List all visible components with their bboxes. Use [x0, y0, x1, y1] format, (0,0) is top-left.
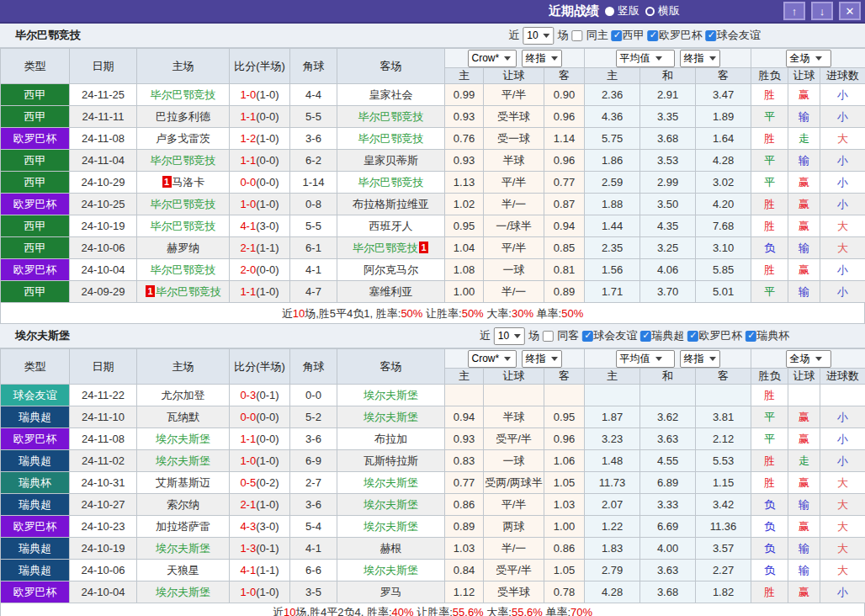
home-team[interactable]: 毕尔巴鄂竞技: [137, 150, 230, 172]
away-team[interactable]: 埃尔夫斯堡: [337, 516, 445, 538]
avg-time-select[interactable]: 终指: [680, 50, 720, 67]
col-avg-away: 客: [696, 369, 751, 385]
home-team[interactable]: 巴拉多利德: [137, 106, 230, 128]
home-team[interactable]: 艾斯基斯迈: [137, 472, 230, 494]
away-team[interactable]: 埃尔夫斯堡: [337, 472, 445, 494]
away-team[interactable]: 布拉加: [337, 428, 445, 450]
avg-draw-odds: 4.00: [640, 538, 696, 560]
move-up-button[interactable]: ↑: [783, 2, 805, 20]
league-filter-checkbox[interactable]: [687, 331, 698, 342]
layout-horizontal-radio[interactable]: 横版: [645, 3, 680, 19]
odds-home: 0.77: [445, 472, 484, 494]
summary-segment: 让胜率:: [422, 307, 461, 320]
away-team[interactable]: 毕尔巴鄂竞技: [337, 106, 445, 128]
avg-draw-odds: 3.63: [640, 560, 696, 581]
home-team[interactable]: 赫罗纳: [137, 237, 230, 259]
result-handicap: 赢: [788, 472, 820, 494]
avg-draw-odds: 2.91: [640, 84, 696, 106]
team-link: 毕尔巴鄂竞技: [353, 242, 418, 254]
result-handicap: 输: [788, 560, 820, 581]
league-filter-checkbox[interactable]: [582, 331, 593, 342]
league-badge: 球会友谊: [1, 385, 70, 406]
league-filter-checkbox[interactable]: [746, 331, 756, 342]
home-team[interactable]: 埃尔夫斯堡: [137, 428, 230, 450]
avg-away-odds: 7.68: [696, 215, 751, 237]
away-team[interactable]: 布拉格斯拉维亚: [337, 194, 445, 215]
match-count-select[interactable]: 10: [494, 327, 525, 345]
home-team[interactable]: 1毕尔巴鄂竞技: [137, 281, 230, 303]
scope-select[interactable]: 全场: [786, 50, 831, 67]
home-team[interactable]: 毕尔巴鄂竞技: [137, 259, 230, 281]
halftime-score: (1-0): [256, 586, 279, 598]
league-filter-checkbox[interactable]: [640, 331, 651, 342]
corner-score: 6-6: [290, 560, 337, 581]
fulltime-score: 1-0: [240, 586, 256, 598]
away-team[interactable]: 罗马: [337, 581, 445, 603]
away-team[interactable]: 塞维利亚: [337, 281, 445, 303]
league-filter-checkbox[interactable]: [706, 30, 717, 41]
result-handicap: 赢: [788, 215, 820, 237]
home-team[interactable]: 毕尔巴鄂竞技: [137, 215, 230, 237]
score: 0-3(0-1): [230, 385, 290, 406]
same-venue-checkbox[interactable]: [572, 30, 583, 41]
away-team[interactable]: 西班牙人: [337, 215, 445, 237]
odds-handicap: 半/一: [484, 281, 544, 303]
result-handicap: 输: [788, 106, 820, 128]
titlebar-buttons: ↑ ↓ ✕: [783, 2, 861, 20]
score: 1-0(1-0): [230, 84, 290, 106]
league-filter-checkbox[interactable]: [648, 30, 659, 41]
away-team[interactable]: 埃尔夫斯堡: [337, 560, 445, 581]
avg-draw-odds: 3.62: [640, 406, 696, 428]
match-count-select[interactable]: 10: [523, 27, 554, 45]
league-filter-checkbox[interactable]: [612, 30, 623, 41]
away-team[interactable]: 皇家贝蒂斯: [337, 150, 445, 172]
average-select[interactable]: 平均值: [616, 50, 675, 67]
bookmaker-select[interactable]: Crow*: [468, 50, 517, 67]
away-team[interactable]: 埃尔夫斯堡: [337, 406, 445, 428]
home-team[interactable]: 埃尔夫斯堡: [137, 581, 230, 603]
league-filter-label: 瑞典杯: [756, 328, 789, 343]
average-select[interactable]: 平均值: [616, 350, 675, 368]
home-team[interactable]: 索尔纳: [137, 494, 230, 516]
result-outcome: 胜: [751, 194, 788, 215]
home-team[interactable]: 天狼星: [137, 560, 230, 581]
home-team[interactable]: 埃尔夫斯堡: [137, 538, 230, 560]
home-team[interactable]: 加拉塔萨雷: [137, 516, 230, 538]
away-team[interactable]: 毕尔巴鄂竞技: [337, 128, 445, 150]
result-goals: 大: [820, 560, 865, 581]
away-team[interactable]: 毕尔巴鄂竞技: [337, 172, 445, 194]
home-team[interactable]: 毕尔巴鄂竞技: [137, 194, 230, 215]
avg-away-odds: 3.02: [696, 172, 751, 194]
match-row: 瑞典杯24-10-31艾斯基斯迈0-5(0-2)2-7埃尔夫斯堡0.77受两/两…: [1, 472, 865, 494]
same-venue-checkbox[interactable]: [543, 331, 554, 342]
avg-time-select[interactable]: 终指: [680, 350, 720, 368]
away-team[interactable]: 赫根: [337, 538, 445, 560]
fulltime-score: 4-1: [240, 564, 256, 576]
home-team[interactable]: 瓦纳默: [137, 406, 230, 428]
col-odds-away: 客: [544, 68, 585, 84]
summary-segment: 近: [273, 606, 284, 616]
home-team[interactable]: 1马洛卡: [137, 172, 230, 194]
away-team[interactable]: 埃尔夫斯堡: [337, 385, 445, 406]
away-team[interactable]: 瓦斯特拉斯: [337, 450, 445, 472]
away-team[interactable]: 阿尔克马尔: [337, 259, 445, 281]
team-link: 埃尔夫斯堡: [156, 454, 210, 467]
odds-time-select[interactable]: 终指: [522, 350, 562, 368]
away-team[interactable]: 皇家社会: [337, 84, 445, 106]
home-team[interactable]: 埃尔夫斯堡: [137, 450, 230, 472]
move-down-button[interactable]: ↓: [811, 2, 833, 20]
home-team[interactable]: 尤尔加登: [137, 385, 230, 406]
result-handicap: 输: [788, 538, 820, 560]
summary-segment: 单率:: [543, 606, 570, 616]
home-team[interactable]: 卢多戈雷茨: [137, 128, 230, 150]
home-team[interactable]: 毕尔巴鄂竞技: [137, 84, 230, 106]
avg-away-odds: 4.20: [696, 194, 751, 215]
away-team[interactable]: 毕尔巴鄂竞技1: [337, 237, 445, 259]
close-button[interactable]: ✕: [839, 2, 861, 20]
odds-time-select[interactable]: 终指: [522, 50, 562, 67]
layout-vertical-radio[interactable]: 竖版: [605, 3, 639, 19]
bookmaker-select[interactable]: Crow*: [468, 350, 517, 368]
away-team[interactable]: 埃尔夫斯堡: [337, 494, 445, 516]
scope-select[interactable]: 全场: [786, 350, 831, 368]
result-goals: 大: [820, 128, 865, 150]
